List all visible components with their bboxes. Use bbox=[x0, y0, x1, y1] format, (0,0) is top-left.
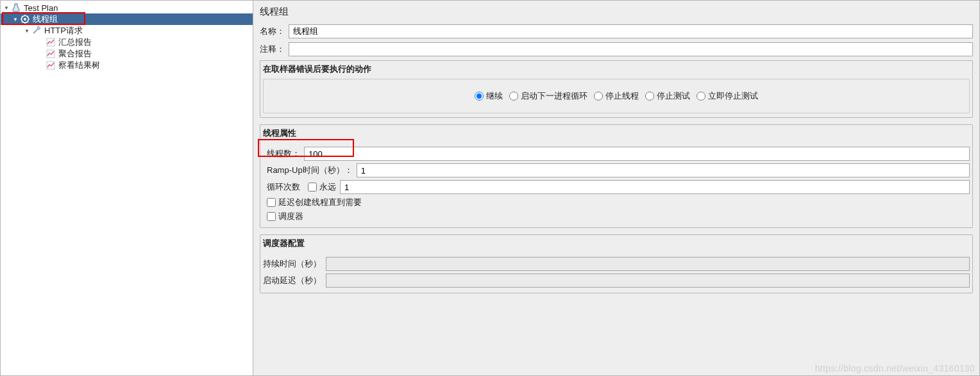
chart-icon bbox=[46, 60, 56, 70]
name-label: 名称： bbox=[260, 26, 289, 37]
scheduler-config-group: 调度器配置 持续时间（秒） 启动延迟（秒） bbox=[260, 234, 973, 293]
radio-input[interactable] bbox=[645, 92, 654, 101]
delay-create-row: 延迟创建线程直到需要 bbox=[263, 197, 970, 208]
tree-item-httprequest[interactable]: ▼ HTTP请求 bbox=[1, 25, 253, 37]
radio-input[interactable] bbox=[697, 92, 705, 101]
delay-input bbox=[326, 274, 970, 288]
loops-input[interactable] bbox=[340, 180, 970, 194]
rampup-label: Ramp-Up时间（秒）： bbox=[263, 165, 357, 176]
rampup-row: Ramp-Up时间（秒）： bbox=[263, 163, 970, 177]
radio-continue[interactable]: 继续 bbox=[475, 90, 503, 102]
radio-label: 继续 bbox=[486, 90, 503, 102]
checkbox-input[interactable] bbox=[267, 212, 276, 221]
thread-props-title: 线程属性 bbox=[260, 125, 972, 143]
tree-toggle-icon[interactable]: ▼ bbox=[3, 4, 10, 11]
radio-input[interactable] bbox=[594, 92, 603, 101]
loops-label: 循环次数 bbox=[263, 181, 304, 193]
thread-props-group: 线程属性 线程数： Ramp-Up时间（秒）： 循环次数 永远 bbox=[260, 124, 973, 228]
forever-label: 永远 bbox=[319, 181, 336, 193]
radio-startnext[interactable]: 启动下一进程循环 bbox=[509, 90, 587, 102]
radio-stopthread[interactable]: 停止线程 bbox=[594, 90, 639, 102]
tree-item-resultstree[interactable]: 察看结果树 bbox=[1, 60, 253, 71]
tree-item-summary[interactable]: 汇总报告 bbox=[1, 37, 253, 48]
svg-line-8 bbox=[22, 22, 23, 23]
comments-input[interactable] bbox=[289, 42, 973, 56]
watermark: https://blog.csdn.net/weixin_43160130 bbox=[815, 363, 975, 373]
name-input[interactable] bbox=[289, 24, 973, 38]
gear-icon bbox=[20, 14, 30, 24]
delay-create-label: 延迟创建线程直到需要 bbox=[278, 197, 362, 208]
checkbox-input[interactable] bbox=[308, 183, 317, 192]
threads-row: 线程数： bbox=[263, 147, 970, 161]
threads-label: 线程数： bbox=[263, 148, 304, 159]
scheduler-row: 调度器 bbox=[263, 211, 970, 222]
scheduler-label: 调度器 bbox=[278, 211, 303, 222]
checkbox-input[interactable] bbox=[267, 198, 276, 207]
dropper-icon bbox=[31, 26, 42, 36]
tree-label: HTTP请求 bbox=[44, 25, 83, 37]
tree-label: 线程组 bbox=[33, 13, 58, 25]
delay-create-checkbox[interactable]: 延迟创建线程直到需要 bbox=[267, 197, 362, 208]
on-error-group: 在取样器错误后要执行的动作 继续 启动下一进程循环 停止线程 停止测试 bbox=[260, 60, 973, 118]
tree-item-threadgroup[interactable]: ▼ 线程组 bbox=[1, 13, 253, 25]
rampup-input[interactable] bbox=[357, 163, 970, 177]
delay-label: 启动延迟（秒） bbox=[263, 275, 326, 286]
tree: ▼ Test Plan ▼ 线程组 ▼ HTTP请求 bbox=[1, 1, 253, 71]
radio-input[interactable] bbox=[475, 92, 484, 101]
on-error-title: 在取样器错误后要执行的动作 bbox=[260, 61, 972, 79]
svg-line-7 bbox=[28, 22, 29, 23]
duration-row: 持续时间（秒） bbox=[263, 257, 970, 271]
flask-icon bbox=[11, 3, 21, 13]
radio-input[interactable] bbox=[509, 92, 518, 101]
tree-label: 察看结果树 bbox=[58, 60, 100, 71]
radio-stoptestnow[interactable]: 立即停止测试 bbox=[697, 90, 758, 102]
comments-row: 注释： bbox=[260, 42, 973, 56]
loops-row: 循环次数 永远 bbox=[263, 180, 970, 194]
svg-point-1 bbox=[24, 18, 26, 20]
svg-line-9 bbox=[28, 16, 29, 17]
tree-label: Test Plan bbox=[24, 3, 58, 13]
tree-toggle-icon[interactable]: ▼ bbox=[24, 28, 30, 34]
radio-label: 停止测试 bbox=[657, 90, 690, 102]
name-row: 名称： bbox=[260, 24, 973, 38]
panel-title: 线程组 bbox=[260, 3, 973, 24]
tree-panel: ▼ Test Plan ▼ 线程组 ▼ HTTP请求 bbox=[0, 0, 253, 376]
tree-label: 聚合报告 bbox=[58, 48, 92, 60]
scheduler-checkbox[interactable]: 调度器 bbox=[267, 211, 303, 222]
radio-stoptest[interactable]: 停止测试 bbox=[645, 90, 690, 102]
duration-label: 持续时间（秒） bbox=[263, 258, 326, 270]
config-panel: 线程组 名称： 注释： 在取样器错误后要执行的动作 继续 启动下一进程循环 bbox=[253, 0, 980, 376]
chart-icon bbox=[46, 49, 56, 59]
scheduler-config-title: 调度器配置 bbox=[260, 235, 972, 253]
delay-row: 启动延迟（秒） bbox=[263, 274, 970, 288]
duration-input bbox=[326, 257, 970, 271]
radio-label: 立即停止测试 bbox=[708, 90, 758, 102]
radio-label: 启动下一进程循环 bbox=[521, 90, 587, 102]
tree-toggle-icon[interactable]: ▼ bbox=[12, 16, 19, 22]
radio-label: 停止线程 bbox=[605, 90, 639, 102]
threads-input[interactable] bbox=[304, 147, 970, 161]
chart-icon bbox=[46, 37, 56, 47]
forever-checkbox[interactable]: 永远 bbox=[308, 181, 336, 193]
svg-line-6 bbox=[22, 16, 23, 17]
comments-label: 注释： bbox=[260, 44, 289, 55]
tree-item-aggregate[interactable]: 聚合报告 bbox=[1, 48, 253, 60]
tree-item-testplan[interactable]: ▼ Test Plan bbox=[1, 2, 253, 13]
tree-label: 汇总报告 bbox=[58, 37, 92, 48]
on-error-options: 继续 启动下一进程循环 停止线程 停止测试 立即停止测试 bbox=[263, 79, 970, 113]
